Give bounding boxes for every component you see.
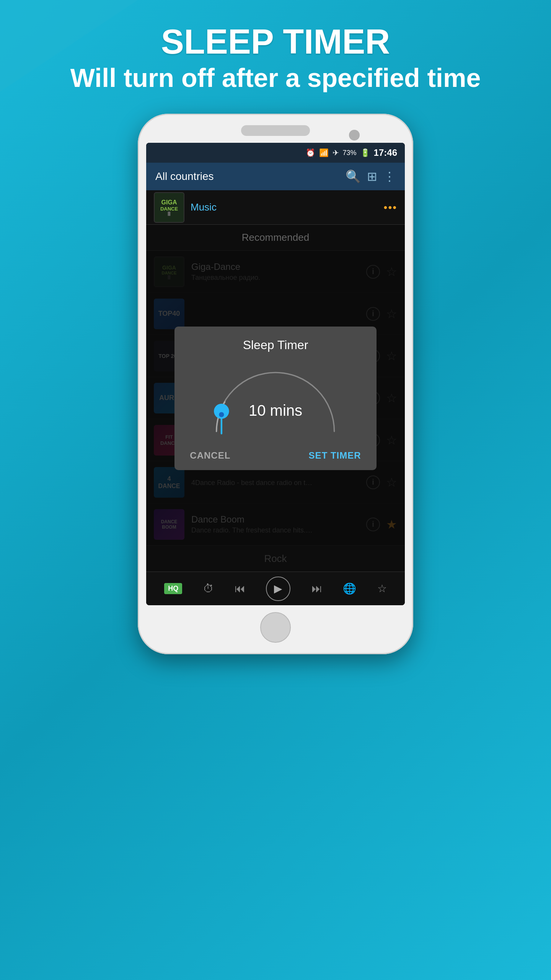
- now-playing-more-button[interactable]: •••: [384, 201, 397, 214]
- status-time: 17:46: [374, 147, 397, 158]
- now-playing-bar[interactable]: GIGA DANCE ▐▌ Music •••: [146, 190, 405, 225]
- cancel-button[interactable]: CANCEL: [190, 450, 230, 461]
- battery-level: 73%: [343, 149, 357, 157]
- wifi-icon: 📶: [319, 148, 329, 157]
- hq-badge: HQ: [164, 583, 182, 594]
- now-playing-thumb: GIGA DANCE ▐▌: [154, 192, 184, 223]
- app-bar-title: All countries: [155, 170, 339, 183]
- alarm-icon: ⏰: [306, 148, 315, 157]
- app-bar: All countries 🔍 ⊞ ⋮: [146, 163, 405, 190]
- prev-button[interactable]: ⏮: [235, 582, 245, 595]
- timer-button[interactable]: ⏱: [203, 582, 214, 595]
- favorites-button[interactable]: ☆: [377, 582, 387, 595]
- banner-title: SLEEP TIMER: [15, 23, 536, 61]
- phone-outer: ⏰ 📶 ✈ 73% 🔋 17:46 All countries 🔍 ⊞ ⋮: [138, 114, 413, 654]
- dialog-title: Sleep Timer: [184, 338, 367, 352]
- phone-screen: ⏰ 📶 ✈ 73% 🔋 17:46 All countries 🔍 ⊞ ⋮: [146, 143, 405, 605]
- content-area: Recommended GIGA DANCE ▐▌: [146, 225, 405, 572]
- status-icons: ⏰ 📶 ✈ 73% 🔋 17:46: [306, 147, 397, 158]
- airplane-icon: ✈: [333, 148, 339, 157]
- dial-value: 10 mins: [249, 402, 302, 419]
- phone-home-button[interactable]: [260, 612, 291, 643]
- search-icon[interactable]: 🔍: [346, 169, 361, 184]
- dial-container[interactable]: 10 mins: [184, 360, 367, 444]
- phone-mockup: ⏰ 📶 ✈ 73% 🔋 17:46 All countries 🔍 ⊞ ⋮: [138, 114, 413, 654]
- now-playing-title: Music: [191, 201, 378, 213]
- sleep-timer-dialog: Sleep Timer: [174, 327, 376, 470]
- bottom-player-bar: HQ ⏱ ⏮ ▶ ⏭ 🌐 ☆: [146, 572, 405, 605]
- banner-subtitle: Will turn off after a specified time: [15, 61, 536, 95]
- dialog-buttons: CANCEL SET TIMER: [184, 444, 367, 461]
- more-icon[interactable]: ⋮: [383, 169, 396, 184]
- set-timer-button[interactable]: SET TIMER: [309, 450, 361, 461]
- filter-icon[interactable]: ⊞: [367, 169, 377, 184]
- battery-icon: 🔋: [360, 148, 370, 157]
- globe-button[interactable]: 🌐: [343, 582, 356, 595]
- play-button[interactable]: ▶: [266, 577, 290, 601]
- phone-speaker: [241, 125, 310, 136]
- top-banner: SLEEP TIMER Will turn off after a specif…: [0, 0, 551, 110]
- next-button[interactable]: ⏭: [311, 582, 322, 595]
- phone-camera: [349, 130, 360, 140]
- dialog-overlay: Sleep Timer: [146, 225, 405, 572]
- status-bar: ⏰ 📶 ✈ 73% 🔋 17:46: [146, 143, 405, 163]
- svg-point-0: [219, 412, 224, 417]
